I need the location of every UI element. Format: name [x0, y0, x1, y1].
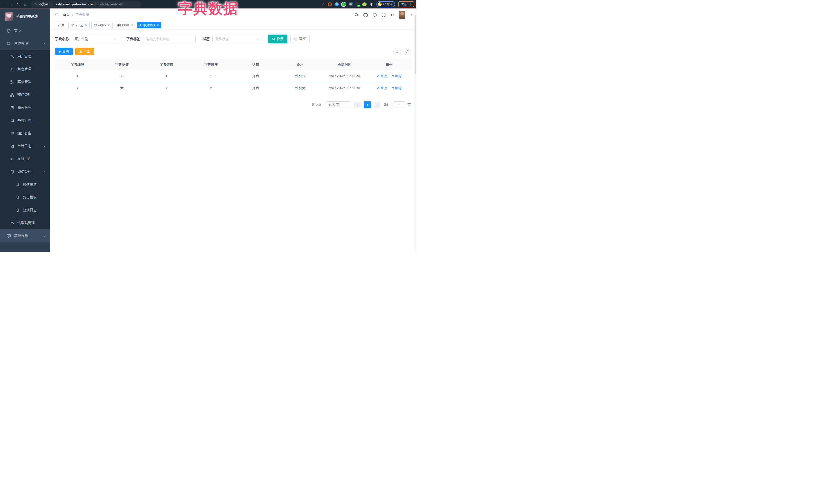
cell-dict-sort: 1 [189, 70, 233, 82]
sidebar-item-sms-template[interactable]: 短信模板 [0, 191, 50, 204]
sidebar-item-menus[interactable]: 菜单管理 [0, 76, 50, 89]
warning-icon: ⚠ [34, 3, 37, 6]
shield-check-icon [10, 170, 14, 174]
page-1-button[interactable]: 1 [364, 101, 371, 109]
sidebar-item-sms-log[interactable]: 短信日志 [0, 204, 50, 217]
dict-label-input[interactable] [146, 37, 192, 41]
edit-label: 修改 [380, 74, 387, 78]
refresh-table-button[interactable] [403, 48, 411, 55]
page-size-select[interactable]: 10条/页 [326, 101, 351, 109]
sidebar-item-roles[interactable]: 角色管理 [0, 63, 50, 76]
next-page-button[interactable]: › [374, 102, 380, 108]
tab-label: 字典数据 [143, 23, 155, 27]
close-icon[interactable]: × [108, 24, 110, 27]
tab-dict-data[interactable]: 字典数据× [137, 22, 162, 28]
sidebar-item-audit-log[interactable]: 审计日志 [0, 140, 50, 152]
sidebar-item-label: 字典管理 [18, 118, 31, 123]
extension-star-icon[interactable]: ✱ [369, 2, 374, 6]
add-button[interactable]: + 新增 [55, 48, 73, 55]
cell-dict-sort: 2 [189, 82, 233, 94]
extension-orange-icon[interactable] [328, 2, 332, 6]
browser-reload-button[interactable]: ↻ [14, 2, 22, 7]
security-label[interactable]: 不安全 [39, 2, 48, 6]
code-icon [10, 221, 14, 225]
sidebar-item-system[interactable]: 系统管理 [0, 37, 50, 50]
chrome-accent-line [0, 8, 416, 9]
browser-home-button[interactable]: ⌂ [22, 2, 29, 6]
sidebar-item-infrastructure[interactable]: 基础设施 [0, 230, 50, 242]
tab-dict-manage[interactable]: 字典管理× [114, 22, 135, 28]
breadcrumb-home[interactable]: 首页 [63, 13, 70, 17]
extension-bars-icon[interactable] [349, 2, 353, 6]
sidebar-item-label: 岗位管理 [18, 105, 31, 110]
close-icon[interactable]: × [157, 24, 159, 27]
toggle-search-button[interactable] [394, 48, 401, 55]
scrollbar-thumb[interactable] [415, 15, 416, 74]
sidebar-item-notice[interactable]: 通知公告 [0, 127, 50, 140]
status-select[interactable]: 数据状态 [213, 34, 262, 43]
export-button[interactable]: 导出 [75, 48, 94, 55]
goto-page-input[interactable] [393, 101, 404, 109]
browser-back-button[interactable]: ← [0, 2, 7, 6]
users-icon [10, 67, 14, 71]
tab-sms-template[interactable]: 短信模板× [91, 22, 113, 28]
reset-button[interactable]: 重置 [290, 34, 310, 43]
delete-link[interactable]: 删除 [391, 86, 402, 91]
sidebar-item-dict[interactable]: 字典管理 [0, 114, 50, 127]
sidebar-item-label: 用户管理 [18, 54, 31, 59]
extension-on-icon[interactable]: on [356, 2, 360, 6]
sidebar-item-home[interactable]: 首页 [0, 24, 50, 37]
sidebar-item-sms-channel[interactable]: 短信渠道 [0, 178, 50, 191]
cell-remark: 性别男 [278, 70, 323, 82]
gear-icon [7, 42, 11, 46]
app-header: 首页 / 字典数据 ᴛT ▾ [50, 8, 416, 21]
extension-sprout-icon[interactable] [362, 2, 366, 6]
tab-sms-log[interactable]: 短信日志× [68, 22, 90, 28]
sidebar-item-departments[interactable]: 部门管理 [0, 89, 50, 101]
search-button[interactable]: 搜索 [268, 34, 287, 43]
delete-link[interactable]: 删除 [391, 74, 402, 78]
close-icon[interactable]: × [131, 24, 133, 27]
tab-label: 首页 [58, 23, 64, 27]
edit-link[interactable]: 修改 [377, 74, 387, 78]
sidebar-toggle-icon[interactable] [54, 13, 59, 17]
browser-update-button[interactable]: 更新 ⋮ [398, 1, 414, 7]
sidebar-item-label: 部门管理 [18, 93, 31, 97]
active-dot-icon [140, 24, 142, 26]
sidebar-logo-row[interactable]: 芋道管理系统 [0, 8, 50, 24]
chevron-up-icon [43, 42, 46, 45]
status-label: 状态 [203, 37, 210, 41]
column-header: 状态 [233, 59, 278, 70]
font-size-icon[interactable]: ᴛT [390, 13, 394, 17]
caret-down-icon[interactable]: ▾ [410, 13, 412, 17]
bookmark-star-icon[interactable]: ☆ [322, 2, 325, 6]
close-icon[interactable]: × [85, 24, 87, 27]
search-icon[interactable] [355, 13, 359, 17]
user-avatar[interactable] [399, 11, 405, 19]
fullscreen-icon[interactable] [382, 13, 386, 17]
help-icon[interactable] [373, 13, 377, 17]
cell-dict-value: 2 [144, 82, 189, 94]
table-toolbar: + 新增 导出 [55, 48, 411, 55]
tab-label: 字典管理 [117, 23, 129, 27]
address-bar[interactable]: ⚠ 不安全 dashboard.yudao.iocoder.cn/dict/ty… [31, 1, 142, 7]
profile-paused-chip[interactable]: 已暂停 [376, 1, 395, 7]
tab-home[interactable]: 首页 [55, 22, 67, 28]
kebab-menu-icon[interactable]: ⋮ [409, 2, 412, 6]
main-area: 首页 / 字典数据 ᴛT ▾ 首页 短信日志× 短信模板× 字典管理× 字典数据… [50, 8, 416, 252]
sidebar-item-error-codes[interactable]: 错误码管理 [0, 217, 50, 230]
extension-check-icon[interactable]: ✓ [342, 2, 346, 6]
search-button-label: 搜索 [277, 37, 284, 41]
edit-link[interactable]: 修改 [377, 86, 387, 91]
sidebar-item-label: 系统管理 [14, 41, 28, 46]
sidebar-item-sms[interactable]: 短信管理 [0, 165, 50, 178]
sidebar-item-online-users[interactable]: 在线用户 [0, 152, 50, 165]
extension-blue-icon[interactable] [335, 2, 339, 6]
sidebar-item-users[interactable]: 用户管理 [0, 50, 50, 63]
prev-page-button[interactable]: ‹ [354, 102, 361, 108]
browser-forward-button[interactable]: → [7, 2, 14, 6]
page-scrollbar[interactable] [414, 9, 416, 252]
github-icon[interactable] [363, 13, 368, 17]
sidebar-item-posts[interactable]: 岗位管理 [0, 101, 50, 114]
dict-name-select[interactable]: 用户性别 [72, 34, 119, 43]
